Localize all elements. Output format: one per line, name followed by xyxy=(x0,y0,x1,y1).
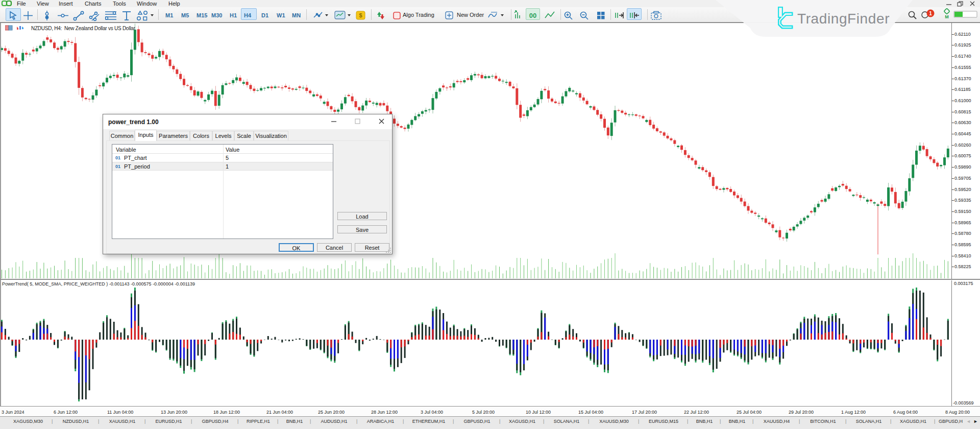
svg-text:M: M xyxy=(945,14,949,19)
svg-text:00: 00 xyxy=(529,12,536,19)
svg-text:1: 1 xyxy=(929,11,932,16)
svg-text:$: $ xyxy=(359,12,362,18)
